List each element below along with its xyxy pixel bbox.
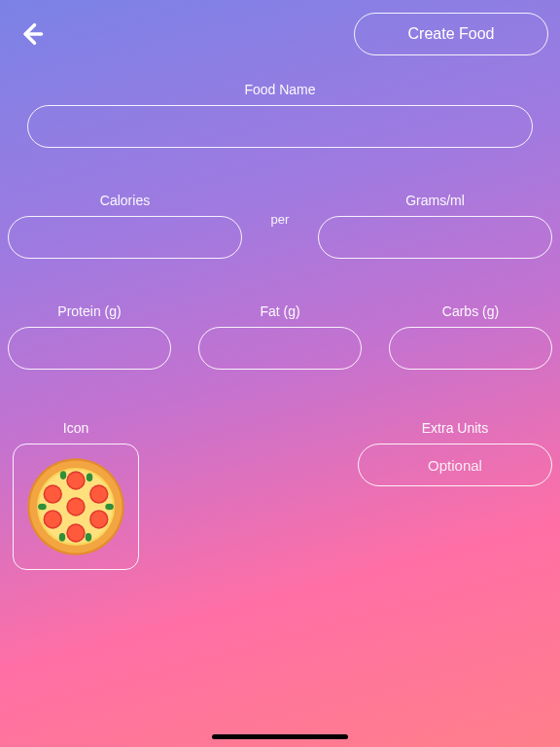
svg-point-10 <box>91 512 107 527</box>
carbs-column: Carbs (g) <box>389 303 552 370</box>
svg-point-8 <box>91 486 107 502</box>
create-food-label: Create Food <box>408 25 495 43</box>
grams-ml-input[interactable] <box>318 216 552 259</box>
back-button[interactable] <box>12 15 51 53</box>
grams-ml-label: Grams/ml <box>318 193 552 208</box>
calories-grams-row: Calories per Grams/ml <box>0 148 560 259</box>
svg-point-6 <box>68 473 84 488</box>
macros-row: Protein (g) Fat (g) Carbs (g) <box>0 259 560 370</box>
extra-units-column: Extra Units <box>358 420 552 486</box>
calories-column: Calories <box>8 193 242 259</box>
svg-point-23 <box>59 533 65 542</box>
svg-point-20 <box>87 473 92 481</box>
svg-point-14 <box>45 512 60 527</box>
pizza-icon <box>23 454 128 559</box>
extra-units-label: Extra Units <box>422 420 488 436</box>
svg-point-22 <box>86 533 91 542</box>
icon-column: Icon <box>8 420 144 570</box>
protein-input[interactable] <box>8 327 171 370</box>
icon-extras-row: Icon Extra Un <box>0 370 560 570</box>
extra-units-input[interactable] <box>358 444 552 486</box>
fat-label: Fat (g) <box>198 303 362 319</box>
food-name-label: Food Name <box>27 82 533 97</box>
icon-picker[interactable] <box>13 444 139 570</box>
food-name-input[interactable] <box>27 105 533 148</box>
arrow-left-icon <box>18 20 45 48</box>
create-food-button[interactable]: Create Food <box>354 13 548 55</box>
svg-point-16 <box>45 486 60 502</box>
food-name-section: Food Name <box>0 58 560 148</box>
carbs-input[interactable] <box>389 327 552 370</box>
protein-label: Protein (g) <box>8 303 171 319</box>
calories-input[interactable] <box>8 216 242 259</box>
fat-input[interactable] <box>198 327 362 370</box>
fat-column: Fat (g) <box>198 303 362 370</box>
header: Create Food <box>0 0 560 58</box>
svg-point-19 <box>60 471 66 480</box>
calories-label: Calories <box>8 193 242 208</box>
svg-point-21 <box>105 504 114 510</box>
home-indicator <box>212 734 348 739</box>
svg-point-24 <box>38 504 47 510</box>
protein-column: Protein (g) <box>8 303 171 370</box>
per-label: per <box>256 212 304 240</box>
carbs-label: Carbs (g) <box>389 303 552 319</box>
svg-point-12 <box>68 525 84 541</box>
grams-ml-column: Grams/ml <box>318 193 552 259</box>
svg-point-18 <box>68 499 84 515</box>
icon-label: Icon <box>63 420 88 436</box>
